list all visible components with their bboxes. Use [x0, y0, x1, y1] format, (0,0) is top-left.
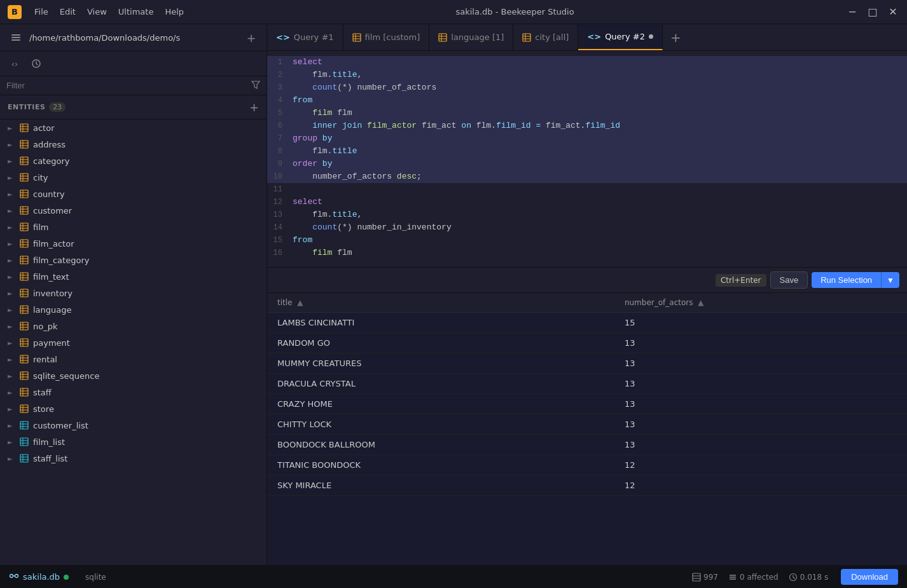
table-row[interactable]: BOONDOCK BALLROOM 13 — [267, 435, 907, 455]
svg-rect-89 — [353, 34, 361, 41]
table-row[interactable]: CHITTY LOCK 13 — [267, 414, 907, 435]
list-item[interactable]: ► sqlite_sequence — [0, 367, 267, 384]
cell-count: 13 — [614, 394, 907, 414]
list-item[interactable]: ► customer_list — [0, 417, 267, 434]
db-connection[interactable]: sakila.db — [9, 571, 69, 583]
list-item[interactable]: ► city — [0, 169, 267, 186]
svg-rect-93 — [439, 34, 447, 41]
chevron-icon: ► — [8, 290, 15, 297]
list-item[interactable]: ► rental — [0, 351, 267, 367]
sort-arrow-actors: ▲ — [698, 298, 703, 307]
table-row[interactable]: MUMMY CREATURES 13 — [267, 353, 907, 374]
list-item[interactable]: ► address — [0, 136, 267, 153]
menu-edit[interactable]: Edit — [60, 7, 76, 17]
table-row[interactable]: SKY MIRACLE 12 — [267, 475, 907, 496]
history-icon[interactable] — [28, 55, 45, 72]
entity-name: staff_list — [33, 454, 67, 463]
entity-name: film_text — [33, 272, 69, 282]
entity-name: inventory — [33, 289, 73, 298]
entities-add-button[interactable]: + — [249, 100, 259, 114]
chevron-icon: ► — [8, 406, 15, 413]
table-icon — [19, 255, 29, 265]
menu-bar: File Edit View Ultimate Help — [34, 7, 184, 17]
tab-query1-label: Query #1 — [294, 32, 334, 42]
table-row[interactable]: LAMBS CINCINATTI 15 — [267, 313, 907, 333]
svg-rect-69 — [20, 388, 28, 396]
list-item[interactable]: ► staff — [0, 384, 267, 400]
list-item[interactable]: ► inventory — [0, 285, 267, 301]
entity-name: actor — [33, 123, 55, 133]
sidebar-path: /home/rathboma/Downloads/demo/s — [29, 33, 239, 43]
tab-city[interactable]: city [all] — [513, 24, 578, 50]
list-item[interactable]: ► category — [0, 153, 267, 169]
col-header-title[interactable]: title ▲ — [267, 293, 614, 313]
connection-icon — [9, 571, 19, 583]
list-item[interactable]: ► film — [0, 219, 267, 235]
list-item[interactable]: ► film_category — [0, 252, 267, 268]
entity-name: film_actor — [33, 239, 74, 249]
sidebar-add-connection-button[interactable]: + — [244, 30, 259, 45]
cell-title: LAMBS CINCINATTI — [267, 313, 614, 333]
run-selection-button[interactable]: Run Selection — [812, 272, 881, 288]
cell-title: CHITTY LOCK — [267, 414, 614, 435]
entity-name: customer_list — [33, 421, 88, 430]
chevron-icon: ► — [8, 240, 15, 247]
list-item[interactable]: ► payment — [0, 334, 267, 351]
close-button[interactable]: ✕ — [887, 6, 899, 18]
menu-file[interactable]: File — [34, 7, 48, 17]
list-item[interactable]: ► film_list — [0, 434, 267, 450]
table-row[interactable]: CRAZY HOME 13 — [267, 394, 907, 414]
col-header-actors[interactable]: number_of_actors ▲ — [614, 293, 907, 313]
table-row[interactable]: RANDOM GO 13 — [267, 333, 907, 353]
list-item[interactable]: ► country — [0, 186, 267, 202]
list-item[interactable]: ► language — [0, 301, 267, 318]
entity-name-country: country — [33, 189, 65, 199]
svg-rect-57 — [20, 339, 28, 346]
download-button[interactable]: Download — [841, 569, 898, 585]
view-icon — [19, 437, 29, 447]
menu-ultimate[interactable]: Ultimate — [118, 7, 154, 17]
table-icon — [19, 123, 29, 133]
tab-city-label: city [all] — [535, 32, 569, 42]
code-line: 2 flm.title, — [267, 69, 907, 81]
save-button[interactable]: Save — [770, 271, 808, 289]
table-icon — [19, 238, 29, 249]
list-item[interactable]: ► actor — [0, 120, 267, 136]
table-row[interactable]: DRACULA CRYSTAL 13 — [267, 374, 907, 394]
list-item[interactable]: ► no_pk — [0, 318, 267, 334]
entity-name-city: city — [33, 173, 48, 182]
chevron-icon: ► — [8, 125, 15, 132]
code-editor[interactable]: 1 select 2 flm.title, 3 count(*) number_… — [267, 51, 907, 267]
filter-input[interactable] — [6, 81, 247, 90]
minimize-button[interactable]: − — [846, 6, 859, 18]
menu-help[interactable]: Help — [165, 7, 184, 17]
tab-language[interactable]: language [1] — [429, 24, 513, 50]
svg-rect-97 — [523, 34, 530, 41]
tab-query1[interactable]: <> Query #1 — [267, 24, 343, 50]
chevron-icon: ► — [8, 207, 15, 214]
app-logo: B — [8, 5, 22, 19]
list-item[interactable]: ► film_text — [0, 268, 267, 285]
table-icon — [19, 172, 29, 182]
list-item[interactable]: ► film_actor — [0, 235, 267, 252]
table-row[interactable]: TITANIC BOONDOCK 12 — [267, 455, 907, 475]
add-tab-button[interactable]: + — [663, 24, 689, 50]
list-item[interactable]: ► staff_list — [0, 450, 267, 467]
sidebar-nav-icon[interactable] — [8, 29, 24, 46]
sidebar-toolbar: /home/rathboma/Downloads/demo/s + — [0, 24, 267, 51]
table-icon — [19, 271, 29, 282]
maximize-button[interactable]: □ — [866, 6, 879, 18]
chevron-icon: ► — [8, 422, 15, 429]
code-line: 1 select — [267, 56, 907, 69]
list-item[interactable]: ► store — [0, 400, 267, 417]
cell-count: 15 — [614, 313, 907, 333]
db-type: sqlite — [85, 573, 106, 582]
entity-name: address — [33, 140, 66, 149]
tab-film[interactable]: film [custom] — [343, 24, 430, 50]
svg-rect-33 — [20, 240, 28, 247]
list-item[interactable]: ► customer — [0, 202, 267, 219]
menu-view[interactable]: View — [87, 7, 107, 17]
tab-query2[interactable]: <> Query #2 — [578, 24, 663, 50]
back-icon[interactable]: ‹› — [6, 55, 23, 72]
run-dropdown-button[interactable]: ▼ — [881, 272, 899, 288]
